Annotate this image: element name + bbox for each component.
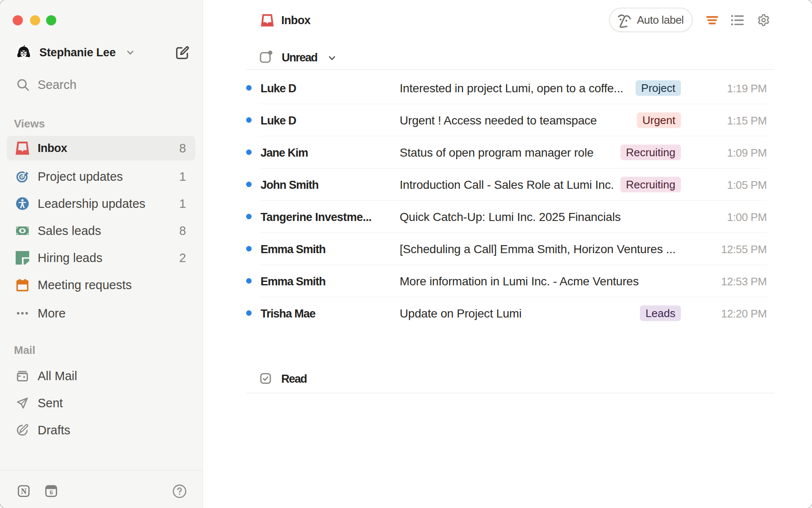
svg-text:N: N bbox=[21, 487, 27, 496]
svg-text:6: 6 bbox=[49, 489, 53, 496]
